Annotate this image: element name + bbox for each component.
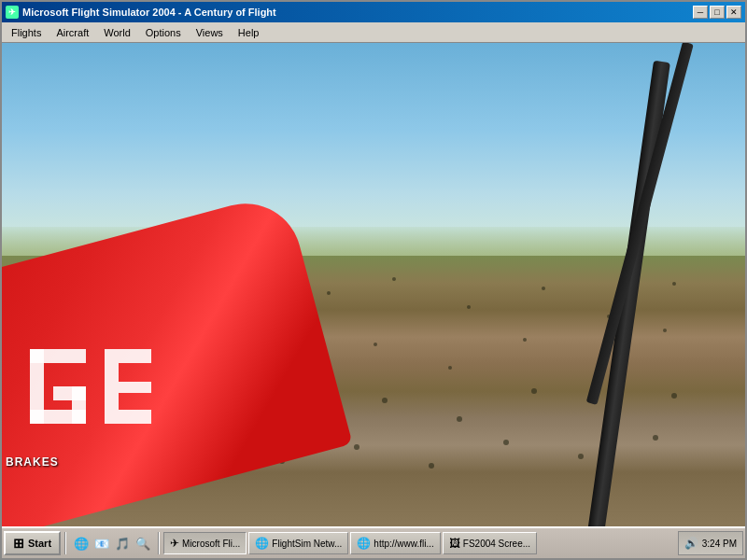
app-icon: ✈ <box>6 6 19 19</box>
taskbar-btn-flightsim[interactable]: 🌐 FlightSim Netw... <box>248 532 348 554</box>
svg-rect-46 <box>119 410 151 424</box>
window-title: Microsoft Flight Simulator 2004 - A Cent… <box>22 7 276 18</box>
taskbar-btn-fs2004[interactable]: ✈ Microsoft Fli... <box>163 532 247 554</box>
svg-point-18 <box>663 329 667 332</box>
close-button[interactable]: ✕ <box>726 6 741 19</box>
svg-point-34 <box>429 463 434 469</box>
svg-point-4 <box>327 291 331 295</box>
svg-point-5 <box>392 277 396 281</box>
taskbar-buttons: ✈ Microsoft Fli... 🌐 FlightSim Netw... 🌐… <box>163 532 676 554</box>
screenshot-icon: 🖼 <box>449 537 460 550</box>
taskbar: ⊞ Start 🌐 📧 🎵 🔍 ✈ Microsoft Fli... 🌐 Fli… <box>2 526 745 558</box>
title-bar: ✈ Microsoft Flight Simulator 2004 - A Ce… <box>2 2 745 22</box>
ql-search-icon[interactable]: 🔍 <box>134 534 152 553</box>
svg-point-9 <box>672 282 676 286</box>
system-tray: 🔊 3:24 PM <box>678 531 743 555</box>
quick-launch: 🌐 📧 🎵 🔍 <box>70 534 154 553</box>
svg-point-28 <box>671 393 677 399</box>
svg-point-26 <box>531 388 537 394</box>
svg-point-15 <box>448 366 452 370</box>
taskbar-divider-2 <box>158 532 160 554</box>
svg-point-16 <box>523 338 527 342</box>
menu-views[interactable]: Views <box>189 25 231 40</box>
svg-rect-43 <box>105 349 119 424</box>
svg-rect-44 <box>119 349 151 363</box>
brakes-indicator: BRAKES <box>6 455 59 469</box>
taskbar-btn-screenshot[interactable]: 🖼 FS2004 Scree... <box>443 532 537 554</box>
menu-help[interactable]: Help <box>231 25 267 40</box>
menu-options[interactable]: Options <box>138 25 189 40</box>
sim-viewport[interactable]: BRAKES <box>2 43 745 526</box>
menu-bar: Flights Aircraft World Options Views Hel… <box>2 22 745 43</box>
main-window: ✈ Microsoft Flight Simulator 2004 - A Ce… <box>0 0 747 560</box>
ql-media-icon[interactable]: 🎵 <box>113 534 132 553</box>
start-label: Start <box>28 538 51 549</box>
flightsim-label: FlightSim Netw... <box>272 539 342 549</box>
svg-point-37 <box>653 435 658 441</box>
minimize-button[interactable]: ─ <box>693 6 708 19</box>
taskbar-divider-1 <box>64 532 66 554</box>
svg-rect-45 <box>119 382 151 393</box>
restore-button[interactable]: □ <box>710 6 725 19</box>
svg-point-7 <box>542 287 545 290</box>
system-clock: 3:24 PM <box>702 539 737 549</box>
fs2004-label: Microsoft Fli... <box>182 539 240 549</box>
menu-aircraft[interactable]: Aircraft <box>49 25 96 40</box>
window-controls: ─ □ ✕ <box>693 6 741 19</box>
start-button[interactable]: ⊞ Start <box>4 531 61 555</box>
browser-icon: 🌐 <box>357 537 371 550</box>
taskbar-btn-browser[interactable]: 🌐 http://www.fli... <box>350 532 440 554</box>
fs2004-icon: ✈ <box>170 537 179 550</box>
ql-mail-icon[interactable]: 📧 <box>92 534 111 553</box>
svg-point-6 <box>467 305 471 309</box>
start-icon: ⊞ <box>13 536 24 551</box>
screenshot-label: FS2004 Scree... <box>463 539 530 549</box>
flightsim-icon: 🌐 <box>255 537 269 550</box>
speaker-icon: 🔊 <box>684 537 698 550</box>
menu-flights[interactable]: Flights <box>4 25 49 40</box>
browser-label: http://www.fli... <box>374 539 433 549</box>
svg-point-25 <box>457 416 462 422</box>
svg-point-24 <box>382 398 388 403</box>
ql-browser-icon[interactable]: 🌐 <box>72 534 91 553</box>
svg-point-14 <box>374 343 377 346</box>
svg-point-35 <box>503 440 509 445</box>
svg-point-36 <box>578 454 584 459</box>
svg-point-33 <box>354 444 359 450</box>
menu-world[interactable]: World <box>96 25 138 40</box>
title-bar-text: ✈ Microsoft Flight Simulator 2004 - A Ce… <box>6 6 276 19</box>
svg-rect-42 <box>53 386 86 400</box>
